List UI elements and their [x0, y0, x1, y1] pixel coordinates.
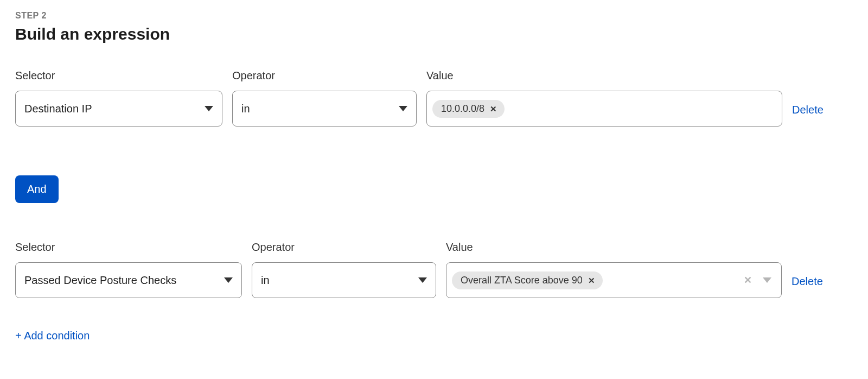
clear-icon[interactable]: ✕ [744, 274, 752, 286]
value-chip: 10.0.0.0/8 ✕ [432, 100, 505, 118]
value-label: Value [426, 70, 782, 82]
condition-row: Selector Destination IP Operator in Valu… [15, 70, 853, 127]
operator-column: Operator in [252, 241, 436, 298]
operator-column: Operator in [232, 70, 417, 127]
selector-label: Selector [15, 241, 242, 254]
condition-row: Selector Passed Device Posture Checks Op… [15, 241, 853, 298]
selector-value: Passed Device Posture Checks [24, 274, 176, 287]
operator-label: Operator [232, 70, 417, 82]
page-title: Build an expression [15, 25, 853, 43]
chevron-down-icon [205, 106, 213, 111]
chip-remove-icon[interactable]: ✕ [588, 276, 595, 285]
selector-dropdown[interactable]: Passed Device Posture Checks [15, 262, 242, 298]
delete-button[interactable]: Delete [792, 104, 824, 116]
chip-remove-icon[interactable]: ✕ [490, 105, 497, 113]
step-label: STEP 2 [15, 11, 853, 21]
operator-label: Operator [252, 241, 436, 254]
value-column: Value 10.0.0.0/8 ✕ [426, 70, 782, 127]
and-connector-button[interactable]: And [15, 175, 59, 203]
chevron-down-icon [224, 277, 233, 283]
add-condition-button[interactable]: + Add condition [15, 330, 853, 342]
operator-value: in [261, 274, 270, 287]
value-chip: Overall ZTA Score above 90 ✕ [452, 271, 603, 289]
operator-dropdown[interactable]: in [252, 262, 436, 298]
chevron-down-icon [399, 106, 407, 111]
selector-column: Selector Destination IP [15, 70, 222, 127]
value-actions: ✕ [744, 274, 776, 286]
operator-value: in [241, 103, 250, 115]
value-input[interactable]: 10.0.0.0/8 ✕ [426, 91, 782, 127]
chip-text: 10.0.0.0/8 [441, 103, 484, 115]
selector-column: Selector Passed Device Posture Checks [15, 241, 242, 298]
selector-label: Selector [15, 70, 222, 82]
delete-button[interactable]: Delete [792, 275, 823, 288]
chevron-down-icon [418, 277, 427, 283]
chip-text: Overall ZTA Score above 90 [461, 275, 583, 286]
operator-dropdown[interactable]: in [232, 91, 417, 127]
selector-dropdown[interactable]: Destination IP [15, 91, 222, 127]
value-column: Value Overall ZTA Score above 90 ✕ ✕ [446, 241, 782, 298]
expression-builder: STEP 2 Build an expression Selector Dest… [0, 0, 868, 353]
selector-value: Destination IP [24, 103, 92, 115]
value-label: Value [446, 241, 782, 254]
chevron-down-icon[interactable] [763, 277, 771, 283]
value-multiselect[interactable]: Overall ZTA Score above 90 ✕ ✕ [446, 262, 782, 298]
